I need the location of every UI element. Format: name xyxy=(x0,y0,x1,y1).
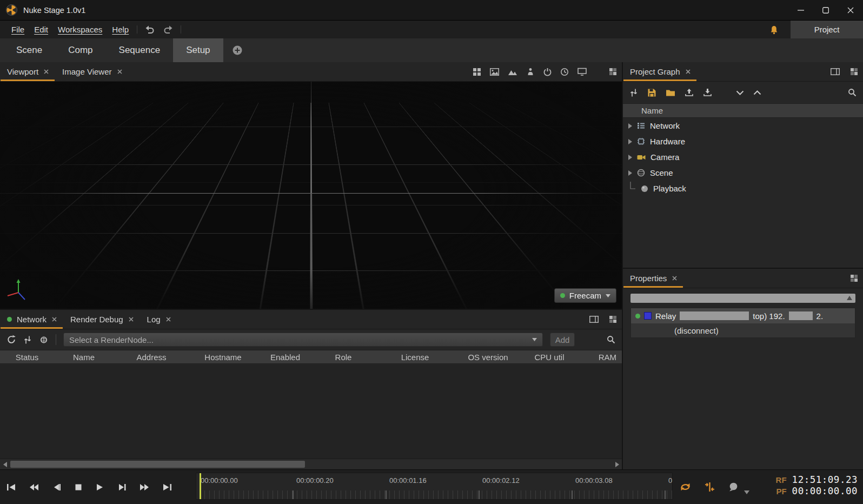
project-button[interactable]: Project xyxy=(791,21,863,38)
column-header-ram[interactable]: RAM xyxy=(580,353,622,362)
scrollbar-thumb[interactable] xyxy=(10,461,305,468)
expander-icon[interactable] xyxy=(628,155,632,160)
power-icon[interactable] xyxy=(543,68,552,76)
refresh-icon[interactable] xyxy=(6,335,16,344)
add-render-node-button[interactable]: Add xyxy=(550,333,575,347)
tab-network[interactable]: Network xyxy=(0,310,63,329)
layout-grid-icon[interactable] xyxy=(473,68,481,76)
close-tab-icon[interactable] xyxy=(165,316,171,322)
add-workspace-button[interactable] xyxy=(223,38,251,62)
column-header-enabled[interactable]: Enabled xyxy=(257,353,314,362)
column-header-license[interactable]: License xyxy=(373,353,457,362)
monitor-icon[interactable] xyxy=(577,68,587,76)
tab-properties[interactable]: Properties xyxy=(623,269,683,288)
close-tab-icon[interactable] xyxy=(128,316,134,322)
image-icon[interactable] xyxy=(490,68,499,76)
close-tab-icon[interactable] xyxy=(51,316,57,322)
save-icon[interactable] xyxy=(647,88,656,97)
go-to-end-button[interactable] xyxy=(162,483,172,491)
menu-workspaces[interactable]: Workspaces xyxy=(53,25,107,34)
column-header-role[interactable]: Role xyxy=(314,353,373,362)
menu-help[interactable]: Help xyxy=(107,25,134,34)
panel-grid-icon[interactable] xyxy=(851,275,858,282)
column-header-address[interactable]: Address xyxy=(114,353,189,362)
scroll-left-button[interactable] xyxy=(0,459,10,469)
align-playhead-icon[interactable] xyxy=(705,482,715,492)
workspace-tab-setup[interactable]: Setup xyxy=(173,38,223,62)
tab-project-graph[interactable]: Project Graph xyxy=(623,62,697,81)
relay-color-swatch[interactable] xyxy=(644,312,652,320)
scroll-right-button[interactable] xyxy=(612,459,622,469)
layout-columns-icon[interactable] xyxy=(589,316,599,323)
search-icon[interactable] xyxy=(607,335,615,344)
maximize-button[interactable] xyxy=(813,0,838,20)
globe-sync-icon[interactable] xyxy=(39,335,49,344)
panel-grid-icon[interactable] xyxy=(609,68,616,75)
download-icon[interactable] xyxy=(703,88,712,97)
timeline-dropdown-caret[interactable] xyxy=(744,490,749,494)
search-icon[interactable] xyxy=(848,88,857,97)
playhead[interactable] xyxy=(200,473,201,499)
tree-row-playback[interactable]: Playback xyxy=(623,181,863,196)
layout-columns-icon[interactable] xyxy=(831,68,840,75)
timeline-ruler[interactable]: 00:00:00.00 00:00:00.20 00:00:01.16 00:0… xyxy=(196,473,673,500)
close-tab-icon[interactable] xyxy=(43,69,49,75)
column-header-status[interactable]: Status xyxy=(0,353,54,362)
tab-viewport[interactable]: Viewport xyxy=(0,62,55,81)
close-tab-icon[interactable] xyxy=(672,275,678,281)
tab-render-debug[interactable]: Render Debug xyxy=(63,310,140,329)
tree-row-camera[interactable]: Camera xyxy=(623,149,863,165)
import-nodes-icon[interactable] xyxy=(629,88,638,97)
panel-grid-icon[interactable] xyxy=(609,316,616,323)
expander-icon[interactable] xyxy=(628,123,632,129)
upload-icon[interactable] xyxy=(685,88,694,97)
expander-icon[interactable] xyxy=(628,139,632,144)
tree-row-network[interactable]: Network xyxy=(623,118,863,134)
tree-row-scene[interactable]: Scene xyxy=(623,165,863,181)
expander-icon[interactable] xyxy=(628,170,632,176)
environment-icon[interactable] xyxy=(508,68,517,76)
step-back-button[interactable] xyxy=(52,483,62,491)
tab-image-viewer[interactable]: Image Viewer xyxy=(55,62,128,81)
sync-loop-icon[interactable] xyxy=(679,482,692,492)
workspace-tab-scene[interactable]: Scene xyxy=(3,38,55,62)
panel-grid-icon[interactable] xyxy=(851,68,858,75)
tree-name-column-header[interactable]: Name xyxy=(623,103,863,118)
menu-edit[interactable]: Edit xyxy=(29,25,53,34)
column-header-os-version[interactable]: OS version xyxy=(457,353,519,362)
render-node-select[interactable]: Select a RenderNode... xyxy=(63,333,543,347)
properties-scrollbar[interactable] xyxy=(630,294,855,303)
menu-file[interactable]: File xyxy=(6,25,29,34)
close-tab-icon[interactable] xyxy=(685,69,691,75)
relay-properties-item[interactable]: Relay top) 192. 2. (disconnect) xyxy=(630,308,855,338)
import-nodes-icon[interactable] xyxy=(23,335,32,344)
tab-log[interactable]: Log xyxy=(140,310,177,329)
tree-row-hardware[interactable]: Hardware xyxy=(623,134,863,149)
play-button[interactable] xyxy=(95,483,104,491)
relay-header-row[interactable]: Relay top) 192. 2. xyxy=(631,308,855,323)
minimize-button[interactable] xyxy=(788,0,813,20)
workspace-tab-sequence[interactable]: Sequence xyxy=(106,38,174,62)
open-folder-icon[interactable] xyxy=(666,89,675,97)
step-forward-button[interactable] xyxy=(117,483,127,491)
close-tab-icon[interactable] xyxy=(117,69,123,75)
viewport-3d-canvas[interactable]: Freecam xyxy=(0,82,622,309)
comment-icon[interactable] xyxy=(728,482,739,492)
rewind-button[interactable] xyxy=(29,483,39,491)
collapse-down-icon[interactable] xyxy=(736,90,744,95)
close-button[interactable] xyxy=(838,0,863,20)
fast-forward-button[interactable] xyxy=(140,483,149,491)
collapse-up-icon[interactable] xyxy=(753,90,761,95)
column-header-cpu-util[interactable]: CPU util xyxy=(519,353,580,362)
workspace-tab-comp[interactable]: Comp xyxy=(55,38,105,62)
column-header-name[interactable]: Name xyxy=(54,353,114,362)
render-node-table-body[interactable] xyxy=(0,364,622,459)
redo-button[interactable] xyxy=(159,21,177,38)
go-to-start-button[interactable] xyxy=(6,483,16,491)
camera-person-icon[interactable] xyxy=(526,68,535,76)
stop-button[interactable] xyxy=(75,483,82,491)
undo-button[interactable] xyxy=(141,21,159,38)
notification-bell-button[interactable] xyxy=(766,25,782,35)
horizontal-scrollbar[interactable] xyxy=(0,459,622,469)
column-header-hostname[interactable]: Hostname xyxy=(189,353,257,362)
